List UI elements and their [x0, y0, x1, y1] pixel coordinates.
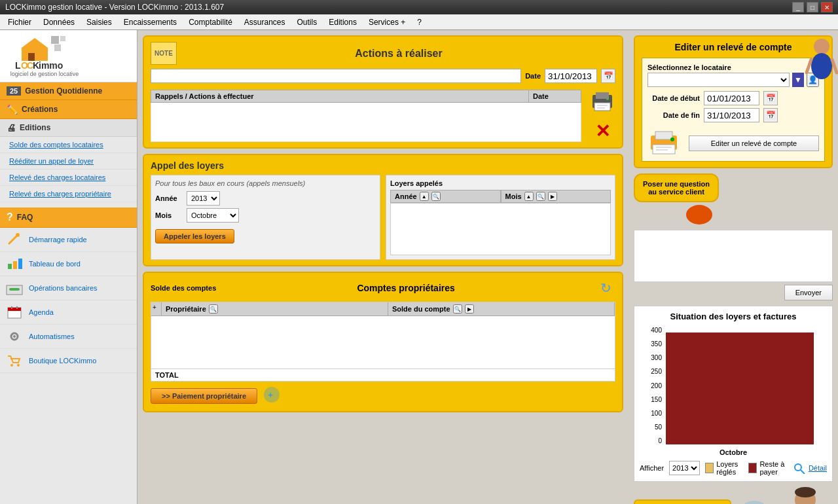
date-debut-cal-button[interactable]: 📅	[763, 91, 778, 105]
sidebar-tool-bancaires[interactable]: Opérations bancaires	[0, 276, 137, 300]
search-solde-button[interactable]: 🔍	[453, 304, 462, 314]
sidebar-tool-automatismes[interactable]: Automatismes	[0, 325, 137, 349]
legend-regle: Loyers réglés	[705, 460, 743, 476]
right-panel: Editer un relevé de compte	[628, 30, 838, 504]
chart-x-label: Octobre	[640, 448, 827, 456]
twitter-bird-icon[interactable]	[737, 500, 773, 504]
number-badge: 25	[7, 86, 21, 96]
sidebar-gestion-label: Gestion Quotidienne	[25, 86, 102, 96]
search-prop-button[interactable]: 🔍	[209, 304, 218, 314]
date-fin-input[interactable]	[704, 108, 759, 122]
expand-mois-button[interactable]: ▶	[548, 192, 557, 201]
menu-encaissements[interactable]: Encaissements	[118, 16, 182, 28]
col-annee: Année ▲ 🔍	[390, 190, 501, 203]
detail-search-icon	[793, 462, 806, 474]
print-icon[interactable]	[589, 87, 615, 115]
actions-table-wrapper: Rappels / Actions à effectuer Date	[151, 87, 581, 142]
filter-mois-button[interactable]: 🔍	[536, 192, 545, 201]
envoyer-button[interactable]: Envoyer	[784, 285, 833, 300]
menu-editions[interactable]: Editions	[323, 16, 362, 28]
menu-fichier[interactable]: Fichier	[3, 16, 37, 28]
locataire-search-button[interactable]: ▼	[792, 73, 804, 87]
nav-link-charges-loc[interactable]: Relevé des charges locataires	[0, 170, 137, 186]
col-solde-compte: Solde du compte 🔍 ▶	[388, 302, 615, 315]
sidebar-tool-boutique[interactable]: Boutique LOCKimmo	[0, 349, 137, 373]
releve-bottom: Editer un relevé de compte	[647, 126, 819, 156]
actions-text-input[interactable]	[151, 69, 521, 83]
comptes-solde-label: Solde des comptes	[151, 284, 216, 292]
svg-line-44	[801, 470, 805, 474]
window-title: LOCKimmo gestion locative - Version LOCK…	[5, 3, 224, 12]
actions-date-input[interactable]	[545, 69, 597, 83]
sidebar-tool-tableau[interactable]: Tableau de bord	[0, 252, 137, 276]
annee-row: Année 2013 2012	[155, 191, 376, 206]
mois-select[interactable]: Octobre Septembre Novembre	[187, 208, 239, 223]
legend-reste-color	[748, 463, 757, 473]
actions-calendar-button[interactable]: 📅	[601, 69, 615, 83]
sort-mois-button[interactable]: ▲	[524, 192, 534, 201]
logo-subtitle: logiciel de gestion locative	[10, 71, 79, 77]
svg-rect-1	[60, 36, 65, 41]
sidebar-item-faq[interactable]: ? FAQ	[0, 207, 137, 228]
editer-releve-button[interactable]: Editer un relevé de compte	[689, 135, 819, 151]
paiement-button[interactable]: >> Paiement propriétaire	[151, 388, 257, 404]
annee-select[interactable]: 2013 2012	[187, 191, 220, 206]
loyers-left: Pour tous les baux en cours (appels mens…	[151, 175, 380, 260]
menu-help[interactable]: ?	[412, 16, 427, 28]
expand-col[interactable]: +	[151, 302, 162, 315]
top-right-row: Editer un relevé de compte	[634, 35, 833, 168]
sidebar-item-creations[interactable]: ✏️ Créations	[0, 100, 137, 119]
sidebar-tool-demarrage[interactable]: Démarrage rapide	[0, 228, 137, 252]
comptes-footer: TOTAL	[151, 369, 615, 381]
svg-rect-14	[18, 259, 22, 269]
svg-rect-40	[656, 147, 672, 148]
menu-donnees[interactable]: Données	[38, 16, 80, 28]
loyers-panel: Appel des loyers Pour tous les baux en c…	[143, 154, 623, 266]
date-fin-cal-button[interactable]: 📅	[763, 108, 778, 122]
cancel-icon[interactable]: ✕	[595, 120, 610, 142]
svg-point-43	[795, 464, 801, 471]
svg-rect-41	[656, 149, 668, 151]
nav-link-reediter[interactable]: Rééditer un appel de loyer	[0, 153, 137, 170]
sidebar: L O C K immo logiciel de gestion locativ…	[0, 30, 137, 504]
sidebar-tool-agenda[interactable]: Agenda	[0, 300, 137, 325]
menu-assurances[interactable]: Assurances	[239, 16, 291, 28]
menu-outils[interactable]: Outils	[292, 16, 323, 28]
menu-comptabilite[interactable]: Comptabilité	[183, 16, 238, 28]
filter-annee-button[interactable]: 🔍	[431, 192, 441, 201]
sidebar-item-gestion[interactable]: 25 Gestion Quotidienne	[0, 82, 137, 100]
paiement-icon[interactable]: +	[263, 386, 281, 406]
nav-link-charges-prop[interactable]: Relevé des charges propriétaire	[0, 186, 137, 202]
agenda-label: Agenda	[29, 308, 54, 316]
paiement-btn-row: >> Paiement propriétaire +	[151, 386, 615, 406]
menu-services[interactable]: Services +	[363, 16, 410, 28]
actualites-panel[interactable]: Actualités	[634, 499, 731, 504]
appeler-loyers-button[interactable]: Appeler les loyers	[155, 229, 234, 243]
minimize-button[interactable]: _	[792, 2, 804, 12]
close-button[interactable]: ✕	[821, 2, 833, 12]
loyers-inner: Pour tous les baux en cours (appels mens…	[151, 175, 615, 260]
empty-row	[151, 103, 581, 142]
gear-icon	[5, 329, 24, 344]
locataire-select[interactable]	[647, 73, 790, 87]
sidebar-creations-label: Créations	[22, 105, 58, 114]
expand-solde-button[interactable]: ▶	[465, 304, 474, 314]
nav-link-solde[interactable]: Solde des comptes locataires	[0, 137, 137, 153]
loyers-title: Appel des loyers	[151, 160, 615, 171]
detail-link[interactable]: Détail	[809, 464, 827, 472]
date-debut-input[interactable]	[704, 91, 759, 105]
content-area: NOTE Actions à réaliser Date 📅	[137, 30, 628, 504]
total-label: TOTAL	[155, 371, 179, 379]
legend-reste: Reste à payer	[748, 460, 788, 476]
svg-text:immo: immo	[39, 60, 63, 71]
maximize-button[interactable]: □	[807, 2, 818, 12]
refresh-icon[interactable]: ↻	[596, 278, 615, 298]
loyers-scroll[interactable]	[390, 203, 611, 255]
menu-saisies[interactable]: Saisies	[81, 16, 117, 28]
sort-annee-button[interactable]: ▲	[420, 192, 429, 201]
year-select[interactable]: 2013 2012	[669, 461, 700, 475]
message-textarea[interactable]	[634, 230, 833, 282]
releve-title: Editer un relevé de compte	[642, 42, 825, 52]
comptes-panel: Solde des comptes Comptes propriétaires …	[143, 272, 623, 412]
service-client-bubble: Poser une question au service client	[634, 173, 719, 202]
